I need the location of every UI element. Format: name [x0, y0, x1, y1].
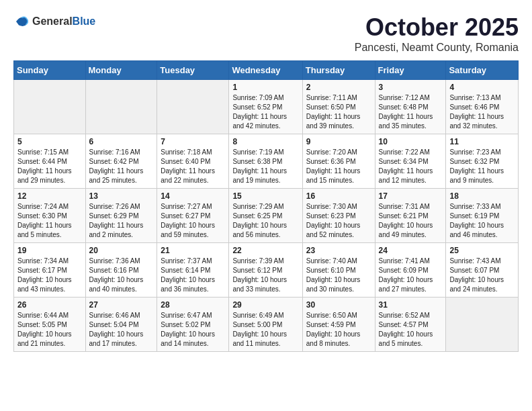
calendar-day-cell: 19Sunrise: 7:34 AM Sunset: 6:17 PM Dayli…: [14, 243, 86, 298]
weekday-header-saturday: Saturday: [446, 61, 519, 80]
day-info: Sunrise: 7:09 AM Sunset: 6:52 PM Dayligh…: [232, 93, 298, 131]
day-number: 28: [161, 300, 225, 310]
day-info: Sunrise: 7:18 AM Sunset: 6:40 PM Dayligh…: [161, 148, 225, 185]
day-number: 15: [232, 191, 298, 201]
day-number: 5: [17, 137, 82, 146]
day-info: Sunrise: 7:24 AM Sunset: 6:30 PM Dayligh…: [17, 202, 82, 240]
day-number: 3: [379, 83, 443, 92]
day-number: 11: [449, 137, 515, 146]
day-info: Sunrise: 7:34 AM Sunset: 6:17 PM Dayligh…: [17, 257, 82, 294]
calendar-day-cell: 30Sunrise: 6:50 AM Sunset: 4:59 PM Dayli…: [302, 298, 375, 352]
day-number: 27: [89, 300, 154, 310]
day-number: 26: [17, 300, 82, 310]
day-number: 14: [161, 191, 225, 201]
day-info: Sunrise: 7:12 AM Sunset: 6:48 PM Dayligh…: [379, 93, 443, 131]
logo: GeneralBlue: [13, 13, 95, 30]
calendar-day-cell: 18Sunrise: 7:33 AM Sunset: 6:19 PM Dayli…: [446, 189, 519, 243]
day-info: Sunrise: 7:22 AM Sunset: 6:34 PM Dayligh…: [379, 148, 443, 185]
day-info: Sunrise: 7:30 AM Sunset: 6:23 PM Dayligh…: [306, 202, 371, 240]
day-number: 29: [232, 300, 298, 310]
day-number: 18: [449, 191, 515, 201]
day-number: 7: [161, 137, 225, 146]
day-number: 19: [17, 246, 82, 255]
calendar-day-cell: 29Sunrise: 6:49 AM Sunset: 5:00 PM Dayli…: [229, 298, 302, 352]
calendar-day-cell: 24Sunrise: 7:41 AM Sunset: 6:09 PM Dayli…: [375, 243, 446, 298]
calendar-day-cell: 5Sunrise: 7:15 AM Sunset: 6:44 PM Daylig…: [14, 134, 86, 189]
calendar-week-row: 1Sunrise: 7:09 AM Sunset: 6:52 PM Daylig…: [14, 80, 519, 134]
day-number: 22: [232, 246, 298, 255]
day-info: Sunrise: 6:47 AM Sunset: 5:02 PM Dayligh…: [161, 311, 225, 349]
location-title: Pancesti, Neamt County, Romania: [355, 42, 519, 54]
day-number: 17: [379, 191, 443, 201]
day-number: 12: [17, 191, 82, 201]
day-info: Sunrise: 7:23 AM Sunset: 6:32 PM Dayligh…: [449, 148, 515, 185]
calendar-day-cell: 20Sunrise: 7:36 AM Sunset: 6:16 PM Dayli…: [85, 243, 157, 298]
calendar-day-cell: 31Sunrise: 6:52 AM Sunset: 4:57 PM Dayli…: [375, 298, 446, 352]
empty-calendar-cell: [446, 298, 519, 352]
weekday-header-row: SundayMondayTuesdayWednesdayThursdayFrid…: [14, 61, 519, 80]
calendar-day-cell: 15Sunrise: 7:29 AM Sunset: 6:25 PM Dayli…: [229, 189, 302, 243]
calendar-day-cell: 2Sunrise: 7:11 AM Sunset: 6:50 PM Daylig…: [302, 80, 375, 134]
day-number: 31: [379, 300, 443, 310]
day-info: Sunrise: 7:15 AM Sunset: 6:44 PM Dayligh…: [17, 148, 82, 185]
logo-icon: [13, 13, 30, 30]
day-info: Sunrise: 7:19 AM Sunset: 6:38 PM Dayligh…: [232, 148, 298, 185]
empty-calendar-cell: [157, 80, 229, 134]
calendar-day-cell: 28Sunrise: 6:47 AM Sunset: 5:02 PM Dayli…: [157, 298, 229, 352]
day-number: 25: [449, 246, 515, 255]
day-number: 30: [306, 300, 371, 310]
calendar-day-cell: 23Sunrise: 7:40 AM Sunset: 6:10 PM Dayli…: [302, 243, 375, 298]
calendar-day-cell: 26Sunrise: 6:44 AM Sunset: 5:05 PM Dayli…: [14, 298, 86, 352]
calendar-day-cell: 13Sunrise: 7:26 AM Sunset: 6:29 PM Dayli…: [85, 189, 157, 243]
day-info: Sunrise: 7:16 AM Sunset: 6:42 PM Dayligh…: [89, 148, 154, 185]
title-section: October 2025 Pancesti, Neamt County, Rom…: [355, 13, 519, 54]
day-number: 23: [306, 246, 371, 255]
month-title: October 2025: [355, 13, 519, 42]
calendar-week-row: 12Sunrise: 7:24 AM Sunset: 6:30 PM Dayli…: [14, 189, 519, 243]
day-info: Sunrise: 7:13 AM Sunset: 6:46 PM Dayligh…: [449, 93, 515, 131]
logo-general: General: [32, 15, 73, 27]
calendar-day-cell: 12Sunrise: 7:24 AM Sunset: 6:30 PM Dayli…: [14, 189, 86, 243]
day-number: 2: [306, 83, 371, 92]
day-info: Sunrise: 7:39 AM Sunset: 6:12 PM Dayligh…: [232, 257, 298, 294]
calendar-day-cell: 25Sunrise: 7:43 AM Sunset: 6:07 PM Dayli…: [446, 243, 519, 298]
calendar-day-cell: 3Sunrise: 7:12 AM Sunset: 6:48 PM Daylig…: [375, 80, 446, 134]
day-number: 9: [306, 137, 371, 146]
day-info: Sunrise: 6:46 AM Sunset: 5:04 PM Dayligh…: [89, 311, 154, 349]
calendar-day-cell: 8Sunrise: 7:19 AM Sunset: 6:38 PM Daylig…: [229, 134, 302, 189]
calendar-day-cell: 4Sunrise: 7:13 AM Sunset: 6:46 PM Daylig…: [446, 80, 519, 134]
calendar-day-cell: 10Sunrise: 7:22 AM Sunset: 6:34 PM Dayli…: [375, 134, 446, 189]
calendar-day-cell: 16Sunrise: 7:30 AM Sunset: 6:23 PM Dayli…: [302, 189, 375, 243]
day-info: Sunrise: 7:40 AM Sunset: 6:10 PM Dayligh…: [306, 257, 371, 294]
weekday-header-sunday: Sunday: [14, 61, 86, 80]
weekday-header-monday: Monday: [85, 61, 157, 80]
day-info: Sunrise: 6:50 AM Sunset: 4:59 PM Dayligh…: [306, 311, 371, 349]
empty-calendar-cell: [14, 80, 86, 134]
day-info: Sunrise: 6:44 AM Sunset: 5:05 PM Dayligh…: [17, 311, 82, 349]
calendar-week-row: 19Sunrise: 7:34 AM Sunset: 6:17 PM Dayli…: [14, 243, 519, 298]
calendar-day-cell: 1Sunrise: 7:09 AM Sunset: 6:52 PM Daylig…: [229, 80, 302, 134]
day-number: 20: [89, 246, 154, 255]
day-info: Sunrise: 6:49 AM Sunset: 5:00 PM Dayligh…: [232, 311, 298, 349]
day-info: Sunrise: 7:11 AM Sunset: 6:50 PM Dayligh…: [306, 93, 371, 131]
calendar-day-cell: 27Sunrise: 6:46 AM Sunset: 5:04 PM Dayli…: [85, 298, 157, 352]
calendar-day-cell: 14Sunrise: 7:27 AM Sunset: 6:27 PM Dayli…: [157, 189, 229, 243]
calendar-day-cell: 7Sunrise: 7:18 AM Sunset: 6:40 PM Daylig…: [157, 134, 229, 189]
page-header: GeneralBlue October 2025 Pancesti, Neamt…: [13, 13, 519, 54]
day-number: 16: [306, 191, 371, 201]
day-number: 8: [232, 137, 298, 146]
day-info: Sunrise: 7:36 AM Sunset: 6:16 PM Dayligh…: [89, 257, 154, 294]
day-info: Sunrise: 7:26 AM Sunset: 6:29 PM Dayligh…: [89, 202, 154, 240]
weekday-header-wednesday: Wednesday: [229, 61, 302, 80]
day-number: 21: [161, 246, 225, 255]
day-number: 6: [89, 137, 154, 146]
day-info: Sunrise: 7:43 AM Sunset: 6:07 PM Dayligh…: [449, 257, 515, 294]
calendar-day-cell: 17Sunrise: 7:31 AM Sunset: 6:21 PM Dayli…: [375, 189, 446, 243]
weekday-header-tuesday: Tuesday: [157, 61, 229, 80]
day-info: Sunrise: 7:27 AM Sunset: 6:27 PM Dayligh…: [161, 202, 225, 240]
calendar-day-cell: 6Sunrise: 7:16 AM Sunset: 6:42 PM Daylig…: [85, 134, 157, 189]
calendar-day-cell: 9Sunrise: 7:20 AM Sunset: 6:36 PM Daylig…: [302, 134, 375, 189]
day-info: Sunrise: 6:52 AM Sunset: 4:57 PM Dayligh…: [379, 311, 443, 349]
day-number: 4: [449, 83, 515, 92]
weekday-header-friday: Friday: [375, 61, 446, 80]
